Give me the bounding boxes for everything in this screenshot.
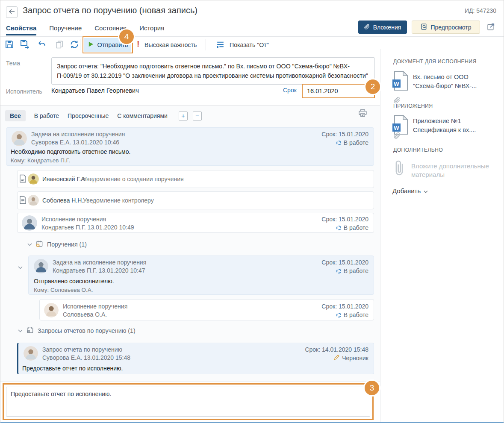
show-from-icon[interactable] [215,39,225,50]
save-icon[interactable] [4,39,15,50]
expand-all-button[interactable]: + [179,112,188,120]
card-status: В работе [344,224,368,231]
print-icon[interactable] [358,109,367,118]
card-body: Отправлено соисполнителю. [34,278,114,285]
toolbar-divider [0,54,380,54]
execution-card[interactable]: Исполнение поручения Кондратьев П.Г. 13.… [17,213,374,233]
comment-highlight: Предоставьте отчет по исполнению. [3,383,374,420]
paperclip-icon [364,24,370,31]
notice-row[interactable]: Соболева Н.Н. Уведомление контролеру [17,191,374,209]
chevron-down-icon[interactable] [27,243,32,246]
avatar [28,195,39,206]
card-title: Исполнение поручения [41,216,106,223]
toolbar-separator-2 [206,39,206,50]
word-document-icon[interactable]: W [392,70,409,92]
undo-icon[interactable] [37,39,47,50]
card-status: В работе [344,267,368,274]
callout-badge-2: 2 [364,78,381,95]
avatar [22,215,37,231]
main-document-link[interactable]: Вх. письмо от ООО "Схема-бюро" №ВХ-... [413,73,490,91]
high-importance-button[interactable]: Высокая важность [144,41,197,48]
group-label: Запросы отчетов по поручению (1) [38,327,136,334]
card-status-block: Срок: 14.01.2020 15:48 Черновик [305,346,368,361]
notice-row[interactable]: Ивановский Г.А. Уведомление о создании п… [17,170,374,188]
card-title: Запрос отчета по поручению [42,346,122,353]
attachments-button[interactable]: Вложения [358,21,407,34]
task-card[interactable]: Задача на исполнение поручения Суворова … [6,127,374,166]
assignee-input[interactable]: Кондратьев Павел Георгиевич [51,85,277,98]
filter-all[interactable]: Все [5,110,26,121]
assignee-label: Исполнитель [6,88,42,95]
callout-badge-4: 4 [118,28,135,45]
avatar [44,303,59,317]
card-status-block: Срок: 15.01.2020 В работе [321,216,368,231]
collapse-all-button[interactable]: − [193,112,202,120]
chevron-down-icon[interactable] [18,266,23,269]
paperclip-icon-large[interactable] [392,159,407,179]
notice-text: Уведомление о создании поручения [83,176,184,182]
card-author: Суворова Е.А. 13.01.2020 15:48 [42,354,130,361]
notice-doc-icon [20,196,26,206]
comment-input[interactable]: Предоставьте отчет по исполнению. [6,387,370,417]
avatar [24,346,38,361]
report-request-card[interactable]: Запрос отчета по поручению Суворова Е.А.… [17,343,374,374]
sidebar-divider [380,49,380,423]
card-title: Задача на исполнение поручения [31,131,125,138]
in-progress-icon [336,269,341,273]
open-in-window-icon[interactable] [486,22,496,32]
execution-card[interactable]: Исполнение поручения Соловьева О.А. Срок… [39,299,374,320]
filter-overdue[interactable]: Просроченные [68,110,109,121]
task-timeline: Все В работе Просроченные С комментариям… [0,106,380,382]
attachment-link[interactable]: Приложение №1 Спецификация к вх.... [413,117,490,135]
filter-with-comments[interactable]: С комментариями [117,110,168,121]
add-button[interactable]: Добавить [392,187,428,194]
calendar-clock-icon [36,240,43,249]
svg-text:W: W [394,81,399,87]
group-label: Поручения (1) [47,241,87,248]
card-status: В работе [344,139,368,146]
header-divider [0,36,504,37]
show-from-button[interactable]: Показать "От" [230,41,269,48]
timeline-filters: Все В работе Просроченные С комментариям… [5,110,202,121]
card-deadline: Срок: 15.01.2020 [321,131,368,138]
paperclip-icon [394,132,401,141]
refresh-icon[interactable] [69,39,80,50]
save-and-close-icon[interactable] [20,39,30,50]
card-recipient: Кому: Кондратьев П.Г. [11,157,70,164]
card-status-block: Срок: 15.01.2020 В работе [321,131,368,146]
svg-text:W: W [394,125,399,131]
chevron-down-icon [424,187,428,194]
card-title: Исполнение поручения [63,303,127,310]
extra-section-header: ДОПОЛНИТЕЛЬНО [393,147,443,153]
subject-input[interactable]: Запрос отчета: "Необходимо подготовить о… [51,57,375,85]
chevron-down-icon[interactable] [18,329,23,332]
card-author: Кондратьев П.Г. 13.01.2020 10:47 [53,267,145,274]
preview-label: Предпросмотр [431,24,472,31]
card-deadline: Срок: 14.01.2020 15:48 [305,346,368,353]
notice-author: Ивановский Г.А. [42,176,87,182]
group-report-requests[interactable]: Запросы отчетов по поручению (1) [18,326,136,335]
back-button[interactable] [6,6,18,18]
in-progress-icon [336,141,341,145]
tab-history[interactable]: История [139,24,164,35]
in-progress-icon [336,313,341,317]
card-status-block: Срок: 15.01.2020 В работе [321,303,368,318]
arrow-left-icon [9,9,15,15]
tab-assignment[interactable]: Поручение [49,24,82,35]
toolbar-separator [80,39,80,50]
avatar [12,131,27,146]
copy-icon[interactable] [54,39,64,50]
group-assignments[interactable]: Поручения (1) [27,240,87,249]
document-section-header: ДОКУМЕНТ ДЛЯ ИСПОЛНЕНИЯ [393,59,477,65]
filter-in-progress[interactable]: В работе [34,110,59,121]
preview-doc-icon [421,23,427,32]
subtask-card[interactable]: Задача на исполнение поручения Кондратье… [28,256,374,295]
attachments-label: Вложения [373,24,401,31]
tab-properties[interactable]: Свойства [6,24,36,35]
page-title: Запрос отчета по поручению (новая запись… [23,6,197,15]
high-importance-icon: ! [137,39,139,49]
preview-button[interactable]: Предпросмотр [412,21,480,34]
comment-divider [0,382,380,382]
notice-author: Соболева Н.Н. [42,197,83,204]
card-status: Черновик [342,355,368,361]
